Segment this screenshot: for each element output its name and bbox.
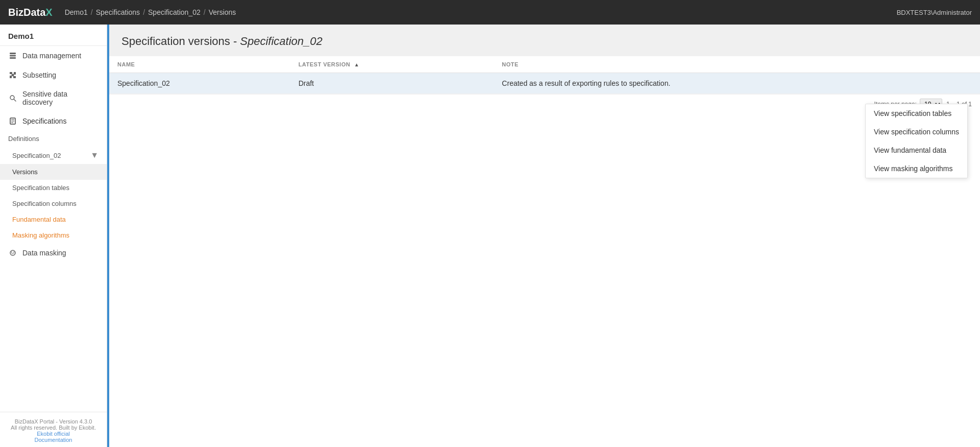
svg-point-11 [13, 252, 14, 253]
footer-link-docs[interactable]: Documentation [35, 437, 72, 443]
svg-point-9 [10, 250, 15, 255]
row-note: Created as a result of exporting rules t… [494, 73, 980, 94]
breadcrumb-sep-3: / [204, 8, 206, 16]
sensitive-data-label: Sensitive data discovery [22, 90, 99, 106]
sidebar: Demo1 Data management Subsetting [0, 25, 107, 447]
sidebar-subitem-spec-tables[interactable]: Specification tables [0, 180, 107, 196]
workspace-label: Demo1 [0, 25, 107, 46]
puzzle-icon [8, 70, 17, 80]
col-note: NOTE [494, 56, 980, 73]
sidebar-subitem-fundamental-data[interactable]: Fundamental data [0, 211, 107, 227]
logo-x: X [45, 7, 52, 18]
breadcrumb-versions[interactable]: Versions [209, 8, 236, 16]
table-body: Specification_02 Draft Created as a resu… [109, 73, 980, 94]
sidebar-item-sensitive-data[interactable]: Sensitive data discovery [0, 85, 107, 111]
sidebar-item-subsetting[interactable]: Subsetting [0, 65, 107, 85]
sort-icon: ▲ [354, 62, 359, 67]
sidebar-subitem-masking-algorithms[interactable]: Masking algorithms [0, 227, 107, 243]
breadcrumb-sep-1: / [91, 8, 93, 16]
content-area: Specification versions - Specification_0… [107, 25, 980, 447]
svg-point-10 [11, 252, 12, 253]
main-layout: Demo1 Data management Subsetting [0, 25, 980, 447]
sidebar-footer: BizDataX Portal - Version 4.3.0 All righ… [0, 412, 107, 447]
logo-bizdata: BizData [8, 7, 45, 18]
breadcrumb-demo1[interactable]: Demo1 [65, 8, 88, 16]
context-menu-item-spec-tables[interactable]: View specification tables [866, 104, 967, 123]
svg-rect-0 [10, 53, 16, 54]
sidebar-item-specifications[interactable]: Specifications [0, 111, 107, 131]
footer-link-ekobit[interactable]: Ekobit official [37, 431, 70, 437]
mask-icon [8, 248, 17, 257]
chevron-down-icon: ▼ [90, 151, 99, 160]
book-icon [8, 116, 17, 126]
row-name: Specification_02 [109, 73, 290, 94]
navbar: BizDataX Demo1 / Specifications / Specif… [0, 0, 980, 25]
user-info: BDXTEST3\Administrator [897, 9, 972, 16]
logo-text: BizDataX [8, 7, 53, 18]
page-title-spec: Specification_02 [240, 35, 322, 48]
context-menu-item-masking-algorithms[interactable]: View masking algorithms [866, 159, 967, 178]
versions-table: NAME LATEST VERSION ▲ NOTE Specification… [109, 56, 980, 94]
page-title: Specification versions - Specification_0… [121, 35, 968, 48]
sidebar-item-data-management[interactable]: Data management [0, 46, 107, 65]
search-icon [8, 93, 17, 103]
table-footer: Items per page: 10 25 50 1 – 1 of 1 [109, 94, 980, 114]
subsetting-label: Subsetting [22, 71, 56, 79]
breadcrumb: Demo1 / Specifications / Specification_0… [65, 8, 897, 16]
page-title-prefix: Specification versions - [121, 35, 240, 48]
svg-line-4 [14, 99, 16, 101]
breadcrumb-specifications[interactable]: Specifications [96, 8, 140, 16]
sidebar-spec-header[interactable]: Specification_02 ▼ [0, 147, 107, 164]
specifications-label: Specifications [22, 117, 66, 125]
breadcrumb-sep-2: / [143, 8, 145, 16]
context-menu-item-spec-columns[interactable]: View specification columns [866, 123, 967, 141]
spec-name-label: Specification_02 [12, 152, 87, 159]
logo[interactable]: BizDataX [8, 7, 53, 18]
sidebar-subitem-spec-columns[interactable]: Specification columns [0, 196, 107, 211]
left-bar [107, 25, 109, 447]
table-header: NAME LATEST VERSION ▲ NOTE [109, 56, 980, 73]
page-header: Specification versions - Specification_0… [107, 25, 980, 56]
svg-rect-2 [10, 57, 16, 59]
sidebar-subitem-versions[interactable]: Versions [0, 164, 107, 180]
context-menu-item-fundamental-data[interactable]: View fundamental data [866, 141, 967, 159]
table-row[interactable]: Specification_02 Draft Created as a resu… [109, 73, 980, 94]
context-menu: View specification tables View specifica… [865, 104, 968, 178]
versions-table-container: NAME LATEST VERSION ▲ NOTE Specification… [109, 56, 980, 447]
footer-rights: All rights reserved. Built by Ekobit. [5, 425, 102, 431]
col-name: NAME [109, 56, 290, 73]
sidebar-item-data-masking[interactable]: Data masking [0, 243, 107, 263]
footer-version: BizDataX Portal - Version 4.3.0 [5, 418, 102, 425]
breadcrumb-spec02[interactable]: Specification_02 [148, 8, 201, 16]
data-management-label: Data management [22, 52, 81, 60]
row-latest-version: Draft [290, 73, 494, 94]
sidebar-definitions[interactable]: Definitions [0, 131, 107, 147]
col-latest-version[interactable]: LATEST VERSION ▲ [290, 56, 494, 73]
layers-icon [8, 51, 17, 60]
data-masking-label: Data masking [22, 249, 66, 257]
svg-rect-1 [10, 55, 16, 57]
